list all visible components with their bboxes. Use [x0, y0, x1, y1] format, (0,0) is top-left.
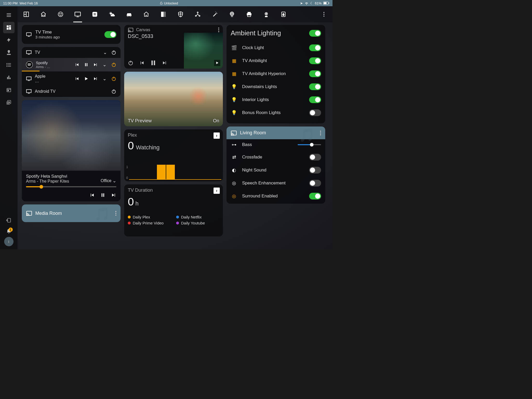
sidebar-logbook[interactable]: [3, 59, 15, 71]
pause-icon[interactable]: [150, 60, 156, 66]
tab-home2[interactable]: [142, 9, 150, 19]
chevron-down-icon[interactable]: [103, 62, 107, 68]
svg-point-31: [44, 15, 44, 16]
next-icon[interactable]: [93, 62, 98, 67]
prev-icon[interactable]: [75, 62, 79, 67]
tab-network[interactable]: [194, 9, 202, 19]
ambient-row[interactable]: 💡Interior Lights: [231, 93, 321, 106]
tab-shield[interactable]: [177, 9, 184, 19]
tab-door[interactable]: [159, 9, 167, 19]
ambient-row[interactable]: ▦TV Ambilight Hyperion: [231, 67, 321, 80]
livingroom-row[interactable]: ◎Speech Enhancement: [231, 177, 321, 190]
tab-car[interactable]: [125, 9, 133, 19]
setting-icon: ◐: [231, 167, 237, 173]
power-icon[interactable]: [111, 62, 116, 67]
ambient-row-toggle[interactable]: [309, 57, 321, 64]
tvtime-card[interactable]: TV Time 3 minutes ago: [22, 25, 121, 44]
tab-weather[interactable]: [108, 9, 116, 19]
ambient-row-toggle[interactable]: [309, 83, 321, 90]
tab-floorplan[interactable]: [22, 9, 30, 19]
ambient-row-toggle[interactable]: [309, 70, 321, 77]
media-row-spotify[interactable]: Spotify Arms - …: [22, 58, 121, 71]
overflow-menu[interactable]: [320, 9, 328, 19]
livingroom-row-toggle[interactable]: [309, 167, 321, 174]
media-row-androidtv[interactable]: Android TV: [22, 86, 121, 97]
sidebar-history[interactable]: [3, 72, 15, 83]
ambient-row[interactable]: 🎬Clock Light: [231, 41, 321, 54]
livingroom-row-toggle[interactable]: [309, 193, 321, 200]
now-playing-card[interactable]: Spotify Heta Sanghvi Arms - The Paper Ki…: [22, 100, 121, 201]
expand-icon[interactable]: ›: [214, 188, 220, 194]
ambient-row[interactable]: ▦TV Ambilight: [231, 54, 321, 67]
overflow-menu[interactable]: [115, 211, 116, 216]
ambient-row[interactable]: 💡Downstairs Lights: [231, 80, 321, 93]
tab-globe[interactable]: [228, 9, 236, 19]
ambient-row-toggle[interactable]: [309, 44, 321, 51]
prev-icon[interactable]: [139, 60, 144, 65]
livingroom-row-toggle[interactable]: [309, 154, 321, 161]
tab-face[interactable]: [57, 9, 64, 19]
ambient-row-toggle[interactable]: [309, 96, 321, 103]
bass-slider[interactable]: [298, 144, 321, 145]
livingroom-row[interactable]: ◐Night Sound: [231, 164, 321, 177]
livingroom-row[interactable]: ◎Surround Enabled: [231, 190, 321, 203]
expand-icon[interactable]: ›: [214, 132, 220, 139]
tab-magic[interactable]: [211, 9, 219, 19]
power-icon[interactable]: [128, 60, 134, 66]
canvas-card[interactable]: Canvas DSC_0533: [124, 25, 223, 69]
prev-icon[interactable]: [75, 76, 79, 81]
menu-button[interactable]: [3, 9, 15, 21]
chevron-down-icon[interactable]: [103, 76, 107, 82]
tab-water[interactable]: [280, 9, 287, 19]
tvtime-toggle[interactable]: [104, 31, 116, 38]
sidebar-map[interactable]: [3, 47, 15, 58]
media-row-appletv[interactable]: Apple …: [22, 71, 121, 86]
sidebar-energy[interactable]: [3, 34, 15, 46]
play-icon[interactable]: [84, 76, 89, 81]
sidebar-dashboard[interactable]: [3, 22, 15, 33]
next-icon[interactable]: [162, 60, 167, 65]
chart-bar: [157, 165, 166, 179]
tab-tv[interactable]: [74, 9, 82, 19]
svg-rect-8: [9, 25, 11, 27]
next-icon[interactable]: [111, 192, 116, 198]
power-icon[interactable]: [111, 76, 116, 81]
overflow-menu[interactable]: [218, 28, 219, 32]
ambient-row-toggle[interactable]: [309, 109, 321, 116]
living-room-header[interactable]: Living Room 🎵: [227, 127, 325, 139]
livingroom-row[interactable]: ⇄Crossfade: [231, 151, 321, 164]
media-row-tv[interactable]: TV: [22, 47, 121, 58]
source-selector[interactable]: Office: [101, 178, 117, 184]
next-icon[interactable]: [93, 76, 98, 81]
tab-camera[interactable]: [262, 9, 270, 19]
power-icon[interactable]: [111, 89, 116, 94]
tab-printer[interactable]: [245, 9, 253, 19]
prev-icon[interactable]: [89, 192, 95, 198]
tab-spotify[interactable]: [91, 9, 99, 19]
tv-preview-card[interactable]: TV Preview On: [124, 72, 223, 126]
pause-icon[interactable]: [84, 62, 89, 67]
tab-home[interactable]: [39, 9, 47, 19]
chevron-down-icon[interactable]: [103, 50, 107, 55]
ambient-row[interactable]: 💡Bonus Room Lights: [231, 106, 321, 119]
svg-rect-11: [7, 54, 11, 55]
notifications-button[interactable]: 1: [6, 229, 12, 234]
svg-point-26: [6, 220, 8, 221]
power-icon[interactable]: [111, 50, 116, 55]
play-icon[interactable]: [214, 60, 220, 66]
sidebar-media[interactable]: [3, 97, 15, 108]
livingroom-row-toggle[interactable]: [309, 180, 321, 187]
pause-icon[interactable]: [100, 192, 105, 198]
status-time: 11:00 PM: [3, 1, 18, 5]
svg-point-32: [58, 12, 63, 17]
progress-slider[interactable]: [26, 186, 116, 187]
light-icon: ▦: [231, 58, 237, 64]
media-room-card[interactable]: Media Room 🎵: [22, 204, 121, 222]
tv-duration-card[interactable]: TV Duration › 0 h Daily PlexDaily Netfli…: [124, 184, 223, 236]
sidebar-devtools[interactable]: [3, 215, 15, 226]
overflow-menu[interactable]: [320, 131, 321, 135]
plex-card[interactable]: Plex › 0 Watching 10: [124, 129, 223, 181]
ambient-master-toggle[interactable]: [309, 30, 321, 37]
sidebar-calendar[interactable]: [3, 84, 15, 96]
user-avatar[interactable]: i: [4, 237, 14, 246]
